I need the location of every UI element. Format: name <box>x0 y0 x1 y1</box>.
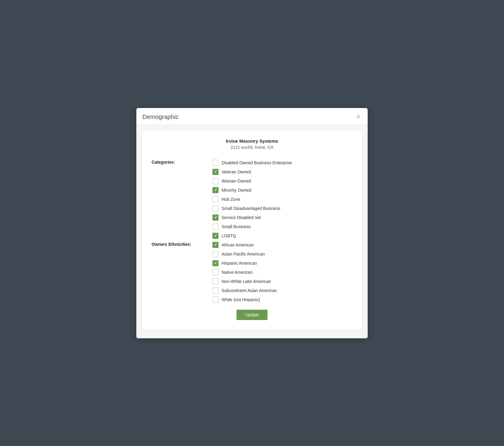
checkbox-label-small-disadvantaged: Small Disadvantaged Business <box>222 206 280 211</box>
ethnicities-section: Owners Ethnicities: African AmericanAsia… <box>152 240 352 304</box>
checkbox-hispanic-american[interactable] <box>212 260 219 266</box>
checkbox-small-disadvantaged[interactable] <box>212 205 219 211</box>
content-card: Irvine Masonry Systems 2121 euclid, Irvi… <box>142 131 362 329</box>
checkbox-item-asian-pacific[interactable]: Asian Pacific American <box>212 249 352 259</box>
checkbox-label-african-american: African American <box>222 242 254 247</box>
demographic-modal: Demographic × Irvine Masonry Systems 212… <box>136 108 368 338</box>
categories-label-col: Categories: <box>152 158 212 169</box>
checkbox-label-hispanic-american: Hispanic American <box>222 261 257 266</box>
checkbox-disabled-owned[interactable] <box>212 160 219 166</box>
checkbox-lgbtq[interactable] <box>212 233 219 239</box>
modal-overlay: Demographic × Irvine Masonry Systems 212… <box>0 0 504 446</box>
checkbox-subcontinent-asian[interactable] <box>212 287 219 294</box>
modal-header: Demographic × <box>136 108 368 125</box>
checkbox-label-asian-pacific: Asian Pacific American <box>222 252 265 256</box>
checkbox-item-african-american[interactable]: African American <box>212 240 352 249</box>
checkbox-item-service-disabled-vet[interactable]: Service Disabled Vet <box>212 213 352 222</box>
modal-body: Irvine Masonry Systems 2121 euclid, Irvi… <box>136 125 368 338</box>
checkbox-label-subcontinent-asian: Subcontinent Asian American <box>222 288 277 293</box>
checkbox-label-small-business: Small Business <box>222 224 251 229</box>
modal-title: Demographic <box>142 113 179 120</box>
categories-label: Categories: <box>152 160 212 165</box>
ethnicities-label: Owners Ethnicities: <box>152 242 212 247</box>
checkbox-african-american[interactable] <box>212 242 219 248</box>
checkbox-hub-zone[interactable] <box>212 196 219 202</box>
checkbox-label-woman-owned: Woman Owned <box>222 179 251 183</box>
checkbox-label-hub-zone: Hub Zone <box>222 197 240 202</box>
ethnicities-checkboxes: African AmericanAsian Pacific AmericanHi… <box>212 240 352 304</box>
checkbox-item-subcontinent-asian[interactable]: Subcontinent Asian American <box>212 286 352 295</box>
update-button[interactable]: Update <box>236 310 267 320</box>
checkbox-item-veteran-owned[interactable]: Veteran Owned <box>212 167 352 176</box>
checkbox-item-small-business[interactable]: Small Business <box>212 222 352 231</box>
checkbox-item-hispanic-american[interactable]: Hispanic American <box>212 259 352 268</box>
checkbox-label-native-american: Native American <box>222 270 253 275</box>
checkbox-label-disabled-owned: Disabled Owned Business Enterprise <box>222 160 292 165</box>
checkbox-label-non-white-latin: Non-White Latin American <box>222 279 271 284</box>
ethnicities-label-col: Owners Ethnicities: <box>152 240 212 251</box>
checkbox-item-native-american[interactable]: Native American <box>212 268 352 277</box>
checkbox-label-service-disabled-vet: Service Disabled Vet <box>222 215 261 220</box>
checkbox-non-white-latin[interactable] <box>212 278 219 284</box>
checkbox-small-business[interactable] <box>212 224 219 230</box>
checkbox-woman-owned[interactable] <box>212 178 219 184</box>
checkbox-native-american[interactable] <box>212 269 219 275</box>
company-address: 2121 euclid, Irvine, CA <box>152 145 352 150</box>
checkbox-label-veteran-owned: Veteran Owned <box>222 169 251 174</box>
checkbox-asian-pacific[interactable] <box>212 251 219 257</box>
checkbox-item-woman-owned[interactable]: Woman Owned <box>212 176 352 186</box>
company-name: Irvine Masonry Systems <box>152 138 352 144</box>
checkbox-item-white-not-hispanic[interactable]: White (not Hispanic) <box>212 295 352 304</box>
checkbox-veteran-owned[interactable] <box>212 169 219 175</box>
checkbox-item-disabled-owned[interactable]: Disabled Owned Business Enterprise <box>212 158 352 167</box>
checkbox-item-lgbtq[interactable]: LGBTQ <box>212 231 352 240</box>
checkbox-label-white-not-hispanic: White (not Hispanic) <box>222 297 260 302</box>
checkbox-item-small-disadvantaged[interactable]: Small Disadvantaged Business <box>212 204 352 213</box>
categories-checkboxes: Disabled Owned Business EnterpriseVetera… <box>212 158 352 240</box>
checkbox-label-minority-owned: Minority Owned <box>222 188 251 193</box>
checkbox-white-not-hispanic[interactable] <box>212 297 219 303</box>
checkbox-label-lgbtq: LGBTQ <box>222 233 236 238</box>
checkbox-minority-owned[interactable] <box>212 187 219 193</box>
checkbox-item-hub-zone[interactable]: Hub Zone <box>212 195 352 204</box>
checkbox-item-non-white-latin[interactable]: Non-White Latin American <box>212 277 352 286</box>
categories-section: Categories: Disabled Owned Business Ente… <box>152 158 352 240</box>
close-button[interactable]: × <box>355 113 362 120</box>
checkbox-service-disabled-vet[interactable] <box>212 214 219 221</box>
checkbox-item-minority-owned[interactable]: Minority Owned <box>212 186 352 195</box>
